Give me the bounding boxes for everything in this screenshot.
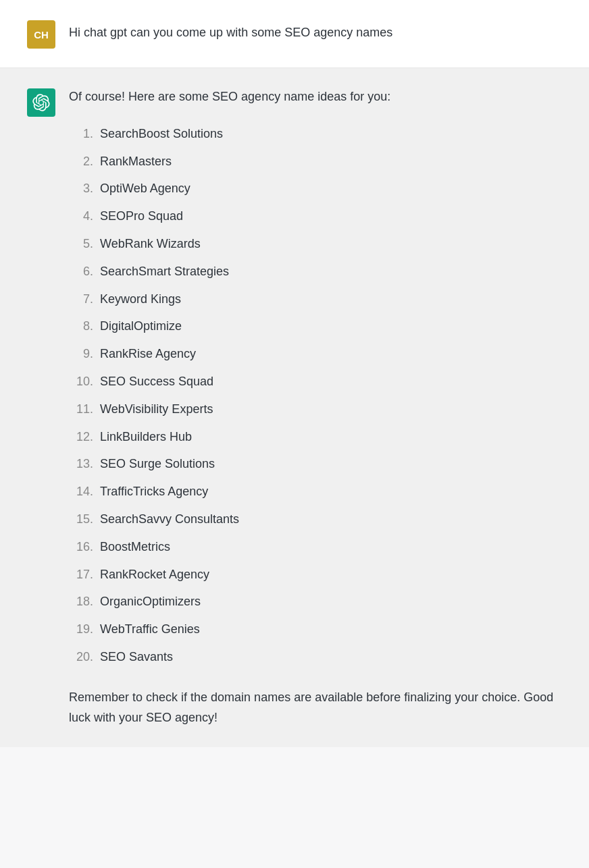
list-number: 14. (69, 482, 100, 501)
list-number: 3. (69, 179, 100, 198)
chatgpt-icon (32, 94, 50, 111)
list-item: 16.BoostMetrics (69, 533, 562, 561)
list-item: 14.TrafficTricks Agency (69, 478, 562, 506)
list-item: 19.WebTraffic Genies (69, 616, 562, 643)
list-agency-name: SEO Success Squad (100, 372, 213, 391)
list-agency-name: SEOPro Squad (100, 207, 183, 226)
list-agency-name: SEO Savants (100, 647, 173, 667)
list-number: 13. (69, 454, 100, 474)
assistant-message: Of course! Here are some SEO agency name… (0, 68, 589, 747)
list-agency-name: OrganicOptimizers (100, 592, 201, 612)
assistant-avatar (27, 88, 55, 117)
list-item: 4.SEOPro Squad (69, 202, 562, 230)
list-item: 8.DigitalOptimize (69, 313, 562, 340)
list-number: 15. (69, 510, 100, 529)
list-number: 20. (69, 647, 100, 667)
list-item: 5.WebRank Wizards (69, 230, 562, 258)
list-item: 9.RankRise Agency (69, 340, 562, 368)
list-agency-name: WebVisibility Experts (100, 400, 213, 419)
list-item: 18.OrganicOptimizers (69, 588, 562, 616)
list-item: 12.LinkBuilders Hub (69, 423, 562, 451)
list-item: 3.OptiWeb Agency (69, 175, 562, 202)
list-item: 17.RankRocket Agency (69, 561, 562, 589)
list-item: 7.Keyword Kings (69, 286, 562, 313)
list-number: 9. (69, 344, 100, 364)
list-agency-name: RankMasters (100, 152, 172, 171)
agency-names-list: 1.SearchBoost Solutions2.RankMasters3.Op… (69, 120, 562, 671)
user-avatar: CH (27, 20, 55, 49)
list-number: 8. (69, 317, 100, 336)
list-agency-name: SearchBoost Solutions (100, 124, 223, 144)
user-message: CH Hi chat gpt can you come up with some… (0, 0, 589, 68)
list-item: 2.RankMasters (69, 148, 562, 175)
list-item: 10.SEO Success Squad (69, 368, 562, 396)
list-agency-name: SearchSmart Strategies (100, 262, 229, 281)
list-number: 18. (69, 592, 100, 612)
chat-container: CH Hi chat gpt can you come up with some… (0, 0, 589, 747)
list-number: 2. (69, 152, 100, 171)
list-number: 16. (69, 537, 100, 557)
list-number: 6. (69, 262, 100, 281)
list-agency-name: OptiWeb Agency (100, 179, 190, 198)
list-agency-name: Keyword Kings (100, 290, 181, 309)
list-agency-name: DigitalOptimize (100, 317, 182, 336)
list-number: 12. (69, 427, 100, 447)
list-number: 5. (69, 234, 100, 254)
list-agency-name: WebRank Wizards (100, 234, 201, 254)
assistant-footer-text: Remember to check if the domain names ar… (69, 687, 562, 728)
assistant-intro-text: Of course! Here are some SEO agency name… (69, 87, 562, 107)
list-agency-name: SearchSavvy Consultants (100, 510, 239, 529)
list-item: 15.SearchSavvy Consultants (69, 506, 562, 533)
list-agency-name: RankRocket Agency (100, 565, 209, 585)
list-number: 1. (69, 124, 100, 144)
list-agency-name: LinkBuilders Hub (100, 427, 192, 447)
list-item: 13.SEO Surge Solutions (69, 450, 562, 478)
list-agency-name: WebTraffic Genies (100, 620, 200, 639)
list-agency-name: TrafficTricks Agency (100, 482, 208, 501)
list-item: 20.SEO Savants (69, 643, 562, 671)
list-agency-name: SEO Surge Solutions (100, 454, 215, 474)
list-item: 6.SearchSmart Strategies (69, 258, 562, 286)
list-item: 1.SearchBoost Solutions (69, 120, 562, 148)
list-number: 10. (69, 372, 100, 391)
list-number: 19. (69, 620, 100, 639)
user-message-text: Hi chat gpt can you come up with some SE… (69, 19, 392, 43)
list-agency-name: BoostMetrics (100, 537, 170, 557)
list-number: 11. (69, 400, 100, 419)
list-agency-name: RankRise Agency (100, 344, 196, 364)
list-number: 7. (69, 290, 100, 309)
assistant-message-content: Of course! Here are some SEO agency name… (69, 87, 562, 728)
list-number: 4. (69, 207, 100, 226)
list-number: 17. (69, 565, 100, 585)
list-item: 11.WebVisibility Experts (69, 396, 562, 423)
